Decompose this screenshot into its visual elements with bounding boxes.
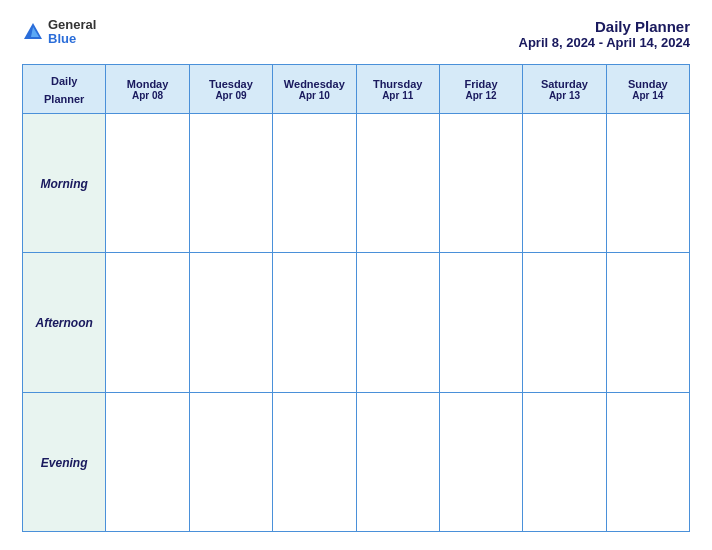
morning-monday-cell[interactable] (106, 114, 189, 253)
col-header-thursday: Thursday Apr 11 (356, 65, 439, 114)
logo-icon (22, 21, 44, 43)
col-date-monday: Apr 08 (110, 90, 184, 101)
afternoon-thursday-cell[interactable] (356, 253, 439, 392)
afternoon-saturday-cell[interactable] (523, 253, 606, 392)
planner-title: Daily Planner (519, 18, 691, 35)
col-date-sunday: Apr 14 (611, 90, 685, 101)
evening-tuesday-cell[interactable] (189, 392, 272, 531)
afternoon-wednesday-cell[interactable] (273, 253, 356, 392)
morning-sunday-cell[interactable] (606, 114, 689, 253)
first-col-header: Daily Planner (23, 65, 106, 114)
page: General Blue Daily Planner April 8, 2024… (0, 0, 712, 550)
evening-label: Evening (41, 456, 88, 470)
logo-general-text: General (48, 18, 96, 32)
evening-row: Evening (23, 392, 690, 531)
col-header-tuesday: Tuesday Apr 09 (189, 65, 272, 114)
col-day-friday: Friday (444, 78, 518, 90)
col-date-friday: Apr 12 (444, 90, 518, 101)
morning-saturday-cell[interactable] (523, 114, 606, 253)
afternoon-label-cell: Afternoon (23, 253, 106, 392)
col-date-saturday: Apr 13 (527, 90, 601, 101)
first-col-label-bottom: Planner (44, 93, 84, 105)
col-header-wednesday: Wednesday Apr 10 (273, 65, 356, 114)
logo: General Blue (22, 18, 96, 47)
afternoon-monday-cell[interactable] (106, 253, 189, 392)
morning-thursday-cell[interactable] (356, 114, 439, 253)
afternoon-sunday-cell[interactable] (606, 253, 689, 392)
col-day-saturday: Saturday (527, 78, 601, 90)
calendar-table: Daily Planner Monday Apr 08 Tuesday Apr … (22, 64, 690, 532)
header-row: Daily Planner Monday Apr 08 Tuesday Apr … (23, 65, 690, 114)
evening-saturday-cell[interactable] (523, 392, 606, 531)
evening-wednesday-cell[interactable] (273, 392, 356, 531)
evening-monday-cell[interactable] (106, 392, 189, 531)
col-header-friday: Friday Apr 12 (439, 65, 522, 114)
col-day-monday: Monday (110, 78, 184, 90)
morning-label: Morning (41, 177, 88, 191)
afternoon-friday-cell[interactable] (439, 253, 522, 392)
morning-row: Morning (23, 114, 690, 253)
morning-friday-cell[interactable] (439, 114, 522, 253)
afternoon-tuesday-cell[interactable] (189, 253, 272, 392)
logo-blue-text: Blue (48, 32, 96, 46)
col-day-tuesday: Tuesday (194, 78, 268, 90)
afternoon-row: Afternoon (23, 253, 690, 392)
morning-label-cell: Morning (23, 114, 106, 253)
planner-date-range: April 8, 2024 - April 14, 2024 (519, 35, 691, 50)
morning-wednesday-cell[interactable] (273, 114, 356, 253)
morning-tuesday-cell[interactable] (189, 114, 272, 253)
afternoon-label: Afternoon (36, 316, 93, 330)
col-date-tuesday: Apr 09 (194, 90, 268, 101)
title-block: Daily Planner April 8, 2024 - April 14, … (519, 18, 691, 50)
col-day-thursday: Thursday (361, 78, 435, 90)
first-col-label-top: Daily (51, 75, 77, 87)
header: General Blue Daily Planner April 8, 2024… (22, 18, 690, 50)
evening-thursday-cell[interactable] (356, 392, 439, 531)
evening-friday-cell[interactable] (439, 392, 522, 531)
evening-sunday-cell[interactable] (606, 392, 689, 531)
col-header-saturday: Saturday Apr 13 (523, 65, 606, 114)
col-header-sunday: Sunday Apr 14 (606, 65, 689, 114)
col-day-wednesday: Wednesday (277, 78, 351, 90)
col-date-wednesday: Apr 10 (277, 90, 351, 101)
col-header-monday: Monday Apr 08 (106, 65, 189, 114)
logo-text: General Blue (48, 18, 96, 47)
col-day-sunday: Sunday (611, 78, 685, 90)
col-date-thursday: Apr 11 (361, 90, 435, 101)
evening-label-cell: Evening (23, 392, 106, 531)
